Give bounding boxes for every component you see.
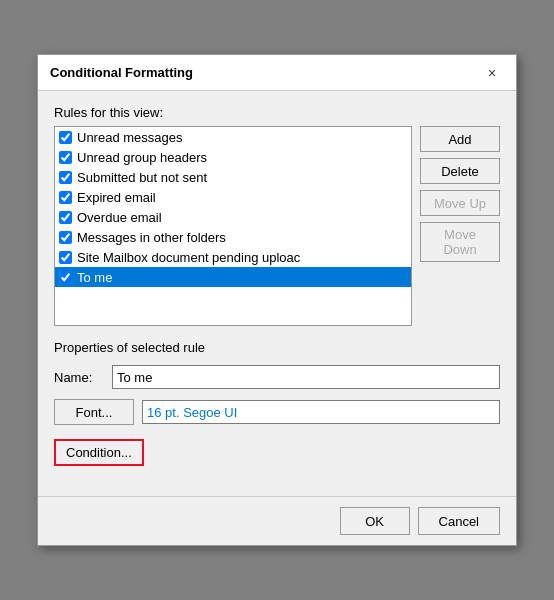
rule-checkbox-6[interactable] bbox=[59, 231, 72, 244]
rule-checkbox-4[interactable] bbox=[59, 191, 72, 204]
move-up-button[interactable]: Move Up bbox=[420, 190, 500, 216]
rule-checkbox-3[interactable] bbox=[59, 171, 72, 184]
title-bar: Conditional Formatting × bbox=[38, 55, 516, 91]
rules-list: Unread messages Unread group headers Sub… bbox=[55, 127, 411, 287]
rules-buttons: Add Delete Move Up Move Down bbox=[420, 126, 500, 326]
rule-label-8: To me bbox=[77, 270, 112, 285]
properties-label: Properties of selected rule bbox=[54, 340, 500, 355]
close-button[interactable]: × bbox=[480, 61, 504, 85]
name-input[interactable] bbox=[112, 365, 500, 389]
dialog-title: Conditional Formatting bbox=[50, 65, 193, 80]
name-label: Name: bbox=[54, 370, 104, 385]
list-item[interactable]: Messages in other folders bbox=[55, 227, 411, 247]
condition-row: Condition... bbox=[54, 439, 500, 466]
rule-checkbox-2[interactable] bbox=[59, 151, 72, 164]
font-row: Font... 16 pt. Segoe UI bbox=[54, 399, 500, 425]
rule-label-1: Unread messages bbox=[77, 130, 183, 145]
properties-section: Properties of selected rule Name: Font..… bbox=[54, 340, 500, 466]
list-item[interactable]: Unread group headers bbox=[55, 147, 411, 167]
rule-label-7: Site Mailbox document pending uploac bbox=[77, 250, 300, 265]
name-row: Name: bbox=[54, 365, 500, 389]
rule-label-5: Overdue email bbox=[77, 210, 162, 225]
ok-button[interactable]: OK bbox=[340, 507, 410, 535]
list-item[interactable]: Overdue email bbox=[55, 207, 411, 227]
list-item[interactable]: Expired email bbox=[55, 187, 411, 207]
rule-label-6: Messages in other folders bbox=[77, 230, 226, 245]
add-button[interactable]: Add bbox=[420, 126, 500, 152]
conditional-formatting-dialog: Conditional Formatting × Rules for this … bbox=[37, 54, 517, 546]
rule-checkbox-8[interactable] bbox=[59, 271, 72, 284]
condition-button[interactable]: Condition... bbox=[54, 439, 144, 466]
cancel-button[interactable]: Cancel bbox=[418, 507, 500, 535]
font-button[interactable]: Font... bbox=[54, 399, 134, 425]
move-down-button[interactable]: Move Down bbox=[420, 222, 500, 262]
rule-checkbox-1[interactable] bbox=[59, 131, 72, 144]
list-item[interactable]: Site Mailbox document pending uploac bbox=[55, 247, 411, 267]
font-value: 16 pt. Segoe UI bbox=[142, 400, 500, 424]
rule-checkbox-7[interactable] bbox=[59, 251, 72, 264]
rule-label-2: Unread group headers bbox=[77, 150, 207, 165]
delete-button[interactable]: Delete bbox=[420, 158, 500, 184]
list-item[interactable]: Submitted but not sent bbox=[55, 167, 411, 187]
dialog-body: Rules for this view: Unread messages Unr… bbox=[38, 91, 516, 496]
list-item-selected[interactable]: To me bbox=[55, 267, 411, 287]
rules-section-label: Rules for this view: bbox=[54, 105, 500, 120]
rule-checkbox-5[interactable] bbox=[59, 211, 72, 224]
rules-list-container[interactable]: Unread messages Unread group headers Sub… bbox=[54, 126, 412, 326]
rules-section: Unread messages Unread group headers Sub… bbox=[54, 126, 500, 326]
rule-label-4: Expired email bbox=[77, 190, 156, 205]
rule-label-3: Submitted but not sent bbox=[77, 170, 207, 185]
list-item[interactable]: Unread messages bbox=[55, 127, 411, 147]
dialog-footer: OK Cancel bbox=[38, 496, 516, 545]
